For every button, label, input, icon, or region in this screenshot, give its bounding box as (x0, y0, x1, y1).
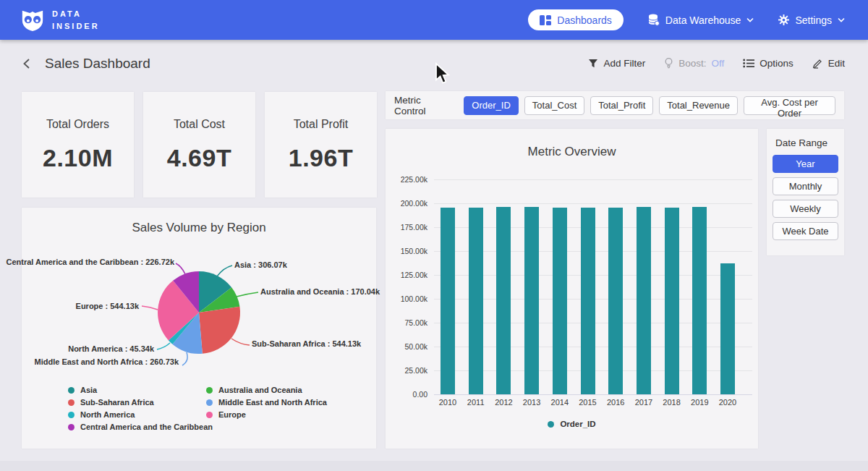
x-axis-tick: 2013 (517, 398, 546, 407)
pie-callout-europe: Europe : 544.13k (76, 302, 139, 310)
legend-label: Europe (218, 410, 246, 419)
pie-legend-item-north-america[interactable]: North America (68, 410, 213, 419)
legend-label: Sub-Saharan Africa (80, 398, 154, 407)
boost-label: Boost: (678, 58, 706, 69)
x-axis-line (434, 394, 752, 395)
y-axis-tick: 75.00k (386, 318, 427, 327)
x-axis-tick: 2010 (433, 398, 462, 407)
date-range-buttons: YearMonthlyWeeklyWeek Date (773, 155, 838, 240)
boost-toggle[interactable]: Boost: Off (664, 58, 724, 69)
bar-2016[interactable] (608, 208, 623, 394)
pie-legend-item-central-america-and-the-caribbean[interactable]: Central America and the Caribbean (68, 423, 213, 431)
metric-button-avg-cost-per-order[interactable]: Avg. Cost per Order (744, 96, 835, 115)
x-axis-tick: 2014 (545, 398, 574, 407)
add-filter-button[interactable]: Add Filter (588, 58, 645, 69)
date-range-button-weekly[interactable]: Weekly (773, 200, 838, 218)
pie-callout-north-america: North America : 45.34k (68, 344, 154, 353)
bar-chart-title: Metric Overview (386, 145, 758, 159)
pie-legend-item-asia[interactable]: Asia (68, 386, 213, 394)
metric-button-total-revenue[interactable]: Total_Revenue (659, 96, 738, 115)
date-range-label: Date Range (775, 137, 838, 148)
metric-button-total-profit[interactable]: Total_Profit (590, 96, 653, 115)
pie-legend-column-1: AsiaSub-Saharan AfricaNorth AmericaCentr… (68, 386, 213, 431)
bar-2011[interactable] (469, 208, 483, 394)
date-range-button-monthly[interactable]: Monthly (773, 177, 838, 195)
bar-2019[interactable] (692, 207, 707, 394)
sales-volume-panel: Sales Volume by Region Central America a… (22, 208, 376, 449)
legend-label: Middle East and North Africa (218, 398, 327, 407)
owl-logo-icon (20, 8, 45, 33)
y-axis-tick: 200.00k (386, 199, 427, 208)
pie-callout-asia: Asia : 306.07k (234, 260, 287, 269)
nav-settings[interactable]: Settings (778, 14, 845, 26)
metric-buttons: Order_IDTotal_CostTotal_ProfitTotal_Reve… (464, 96, 835, 115)
pie-legend-item-australia-and-oceania[interactable]: Australia and Oceania (206, 386, 327, 394)
gridline (434, 179, 752, 180)
y-axis-tick: 50.00k (386, 342, 427, 351)
legend-dot (68, 424, 75, 430)
bar-2014[interactable] (553, 208, 567, 394)
bar-2018[interactable] (665, 208, 679, 394)
x-axis-tick: 2016 (601, 398, 630, 407)
bar-2017[interactable] (637, 207, 651, 394)
app-name: DATA INSIDER (52, 8, 100, 32)
kpi-value: 4.69T (167, 144, 231, 172)
nav-data-warehouse[interactable]: Data Warehouse (648, 14, 754, 26)
date-range-button-year[interactable]: Year (773, 155, 838, 173)
chevron-down-icon (746, 17, 754, 22)
top-navbar: DATA INSIDER Dashboards (0, 0, 868, 40)
edit-button[interactable]: Edit (812, 58, 845, 69)
y-axis-tick: 25.00k (386, 366, 427, 375)
page-header: Sales Dashboard Add Filter Boost: Off (0, 40, 868, 87)
kpi-card-total-profit: Total Profit 1.96T (265, 92, 377, 198)
bar-2012[interactable] (496, 207, 511, 394)
legend-label: Australia and Oceania (218, 386, 302, 394)
legend-dot (68, 399, 75, 406)
y-axis-tick: 150.00k (386, 247, 427, 255)
pie-slice-sub-saharan-africa[interactable] (199, 307, 240, 354)
nav-data-warehouse-label: Data Warehouse (665, 14, 741, 26)
metric-button-total-cost[interactable]: Total_Cost (524, 96, 584, 115)
legend-dot (68, 387, 75, 394)
legend-dot (206, 399, 213, 406)
gridline (434, 203, 752, 204)
pie-callout-mena: Middle East and North Africa : 260.73k (35, 357, 179, 366)
bar-2013[interactable] (524, 207, 539, 394)
metric-button-order-id[interactable]: Order_ID (464, 96, 518, 115)
metric-control-label: Metric Control (394, 95, 454, 116)
pie-legend-item-middle-east-and-north-africa[interactable]: Middle East and North Africa (206, 398, 327, 407)
date-range-button-week-date[interactable]: Week Date (773, 222, 838, 240)
kpi-label: Total Profit (294, 118, 349, 131)
bar-2010[interactable] (441, 208, 455, 394)
legend-dot (68, 412, 75, 418)
kpi-label: Total Orders (46, 118, 109, 131)
kpi-card-total-orders: Total Orders 2.10M (22, 92, 134, 198)
nav-dashboards-button[interactable]: Dashboards (528, 9, 624, 30)
y-axis-tick: 225.00k (386, 175, 427, 184)
bar-2020[interactable] (720, 263, 735, 394)
x-axis-tick: 2018 (658, 398, 686, 407)
boost-balloon-icon (664, 58, 673, 69)
x-axis-tick: 2012 (489, 398, 518, 407)
pie-callout-australia: Australia and Oceania : 170.04k (260, 287, 380, 296)
pie-legend-column-2: Australia and OceaniaMiddle East and Nor… (206, 386, 327, 419)
add-filter-label: Add Filter (603, 58, 645, 69)
bar-chart-legend[interactable]: Order_ID (386, 420, 758, 428)
pie-legend-item-sub-saharan-africa[interactable]: Sub-Saharan Africa (68, 398, 213, 407)
back-button[interactable] (19, 56, 35, 72)
x-axis-tick: 2019 (685, 398, 714, 407)
pie-callout-sub-saharan: Sub-Saharan Africa : 544.13k (252, 339, 361, 348)
pie-legend-item-europe[interactable]: Europe (206, 410, 327, 419)
boost-value: Off (711, 58, 724, 69)
database-icon (648, 14, 660, 26)
legend-dot (548, 421, 554, 428)
nav-settings-label: Settings (795, 14, 832, 26)
options-button[interactable]: Options (743, 58, 793, 69)
bar-2015[interactable] (581, 208, 595, 394)
options-label: Options (760, 58, 793, 69)
legend-label: Asia (80, 386, 97, 394)
y-axis-tick: 175.00k (386, 223, 427, 232)
options-list-icon (743, 59, 754, 68)
kpi-card-total-cost: Total Cost 4.69T (143, 92, 255, 198)
edit-label: Edit (828, 58, 845, 69)
